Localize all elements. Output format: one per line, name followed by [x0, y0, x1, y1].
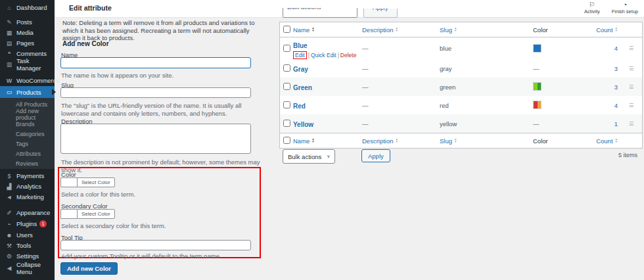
plugins-icon: ⌁: [5, 221, 13, 227]
sidebar-item-attributes[interactable]: Attributes: [0, 149, 55, 158]
row-checkbox[interactable]: [283, 64, 290, 72]
sidebar-item-plugins[interactable]: ⌁Plugins1: [0, 218, 55, 229]
drag-handle-icon[interactable]: ☰: [622, 66, 641, 72]
woocommerce-icon: W: [5, 78, 13, 84]
color-swatch: [533, 82, 541, 91]
select-color-button[interactable]: Select Color: [77, 177, 115, 187]
sidebar-item-woocommerce[interactable]: WWooCommerce: [0, 75, 55, 86]
sidebar-item-posts[interactable]: ✎Posts: [0, 16, 55, 28]
table-row: Yellow — yellow — 1 ☰: [280, 114, 642, 133]
count-link[interactable]: 3: [595, 83, 622, 91]
sidebar-item-users[interactable]: ☻Users: [0, 229, 55, 241]
select-secondary-color-button[interactable]: Select Color: [77, 209, 115, 219]
description-textarea[interactable]: [60, 124, 251, 154]
column-header-name[interactable]: Name▲▼: [293, 26, 362, 34]
count-link[interactable]: 1: [595, 120, 622, 128]
bulk-actions-select-top-cutoff[interactable]: Bulk actions: [283, 8, 357, 18]
marketing-icon: ◄: [5, 194, 13, 200]
column-footer-slug[interactable]: Slug▲▼: [440, 137, 533, 145]
sidebar-item-settings[interactable]: ⚙Settings: [0, 250, 55, 262]
slug-input[interactable]: [60, 87, 251, 98]
column-footer-count[interactable]: Count▲▼: [595, 137, 622, 145]
delete-link[interactable]: Delete: [340, 52, 357, 58]
sidebar-item-marketing[interactable]: ◄Marketing: [0, 191, 55, 202]
sidebar-item-label: Marketing: [16, 193, 44, 200]
activity-button[interactable]: ⚐ Activity: [577, 1, 607, 14]
term-name-link[interactable]: Gray: [293, 66, 308, 73]
term-name-link[interactable]: Yellow: [293, 121, 313, 128]
submenu-label: All Products: [16, 101, 47, 108]
secondary-color-swatch-preview: [60, 209, 77, 219]
add-new-color-button[interactable]: Add new Color: [60, 262, 118, 275]
bulk-actions-select[interactable]: Bulk actions ∨: [283, 149, 335, 164]
name-input[interactable]: [60, 57, 251, 68]
submenu-label: Tags: [16, 141, 28, 147]
drag-handle-icon[interactable]: ☰: [622, 121, 641, 127]
apply-button[interactable]: Apply: [361, 149, 390, 162]
drag-handle-icon[interactable]: ☰: [622, 84, 641, 90]
sidebar-item-task-manager[interactable]: ▥Task Manager: [0, 58, 55, 70]
sidebar-item-tags[interactable]: Tags: [0, 139, 55, 149]
column-header-count[interactable]: Count▲▼: [595, 26, 622, 34]
color-swatch-preview: [60, 177, 77, 187]
tooltip-input[interactable]: [60, 240, 251, 250]
column-header-description[interactable]: Description▲▼: [362, 26, 440, 34]
collapse-menu-button[interactable]: ◀Collapse Menu: [0, 262, 55, 273]
sidebar-item-categories[interactable]: Categories: [0, 129, 55, 139]
count-link[interactable]: 4: [595, 45, 622, 52]
term-name-link[interactable]: Green: [293, 84, 312, 91]
term-name-link[interactable]: Red: [293, 103, 306, 110]
color-swatch: [533, 44, 541, 53]
column-header-color: Color: [533, 26, 595, 34]
count-link[interactable]: 3: [595, 65, 622, 72]
sidebar-item-label: Settings: [16, 252, 39, 260]
column-footer-name[interactable]: Name▲▼: [293, 137, 362, 145]
sidebar-item-tools[interactable]: ⚒Tools: [0, 240, 55, 251]
sidebar-item-pages[interactable]: ▤Pages: [0, 37, 55, 49]
posts-icon: ✎: [5, 19, 13, 26]
sidebar-item-brands[interactable]: Brands: [0, 119, 55, 129]
sidebar-item-appearance[interactable]: ✐Appearance: [0, 207, 55, 218]
slug-cell: red: [440, 102, 533, 109]
edit-link[interactable]: Edit: [295, 52, 305, 58]
wordpress-admin-page: ⌂Dashboard ✎Posts ▦Media ▤Pages ❝Comment…: [0, 0, 644, 280]
count-link[interactable]: 4: [595, 102, 622, 109]
drag-handle-icon[interactable]: ☰: [622, 45, 641, 51]
sidebar-item-analytics[interactable]: ▟Analytics: [0, 181, 55, 192]
color-cell-empty: —: [533, 120, 595, 128]
collapse-icon: ◀: [5, 265, 13, 271]
submenu-label: Categories: [16, 131, 45, 137]
sidebar-item-label: Appearance: [16, 209, 50, 216]
row-checkbox[interactable]: [283, 120, 290, 127]
column-header-slug[interactable]: Slug▲▼: [440, 26, 533, 34]
terms-table: Name▲▼ Description▲▼ Slug▲▼ Color Count▲…: [279, 22, 643, 149]
bulk-actions-label: Bulk actions: [283, 8, 357, 11]
row-checkbox[interactable]: [283, 45, 290, 52]
add-new-color-heading: Add new Color: [62, 40, 109, 47]
page-header: Edit attribute Bulk actions Apply ⚐ Acti…: [55, 0, 644, 18]
color-swatch: [533, 101, 541, 109]
action-separator: |: [308, 52, 310, 58]
drag-handle-icon[interactable]: ☰: [622, 103, 641, 108]
sidebar-item-add-new-product[interactable]: Add new product: [0, 109, 55, 119]
select-all-checkbox[interactable]: [283, 137, 290, 144]
term-name-link[interactable]: Blue: [293, 42, 308, 49]
select-all-checkbox[interactable]: [283, 26, 290, 33]
row-checkbox[interactable]: [283, 83, 290, 90]
items-count: 5 items: [618, 152, 637, 158]
sidebar-item-reviews[interactable]: Reviews: [0, 158, 55, 168]
sidebar-item-dashboard[interactable]: ⌂Dashboard: [0, 2, 55, 13]
description-cell: —: [362, 102, 440, 109]
sidebar-item-media[interactable]: ▦Media: [0, 27, 55, 38]
sidebar-item-products[interactable]: ▭Products: [0, 86, 55, 98]
sidebar-item-payments[interactable]: $Payments: [0, 170, 55, 181]
finish-setup-button[interactable]: ◔ Finish setup: [610, 1, 640, 14]
quick-edit-link[interactable]: Quick Edit: [311, 52, 336, 58]
apply-button-top-cutoff[interactable]: Apply: [363, 9, 398, 18]
description-cell: —: [362, 83, 440, 91]
column-footer-description[interactable]: Description▲▼: [362, 137, 440, 145]
activity-label: Activity: [584, 9, 600, 14]
color-help-text: Select a color for this term.: [61, 191, 135, 198]
sidebar-item-label: Dashboard: [16, 4, 47, 11]
row-checkbox[interactable]: [283, 101, 290, 108]
